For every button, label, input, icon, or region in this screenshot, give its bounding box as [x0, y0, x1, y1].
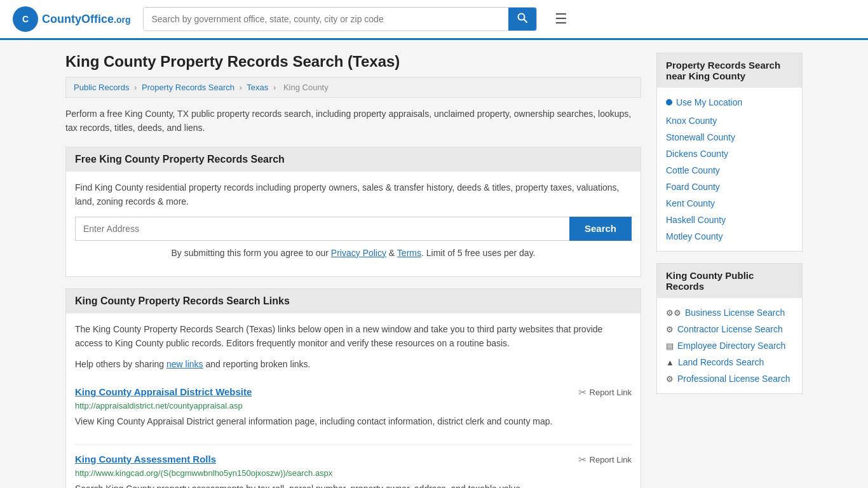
logo-text: CountyOffice.org: [42, 13, 130, 26]
employee-directory-link[interactable]: ▤ Employee Directory Search: [666, 337, 793, 354]
free-search-heading: Free King County Property Records Search: [66, 147, 641, 172]
global-search-input[interactable]: [144, 8, 508, 30]
breadcrumb: Public Records › Property Records Search…: [65, 77, 641, 98]
sidebar-link-knox[interactable]: Knox County: [666, 112, 793, 129]
sidebar-link-motley[interactable]: Motley County: [666, 228, 793, 245]
use-my-location-label: Use My Location: [676, 97, 742, 107]
form-disclaimer: By submitting this form you agree to our…: [75, 246, 632, 260]
use-my-location-link[interactable]: Use My Location: [666, 94, 793, 112]
gear-icon-3: ⚙: [666, 374, 674, 384]
link-desc-1: View King County Appraisal District gene…: [75, 414, 632, 428]
breadcrumb-texas[interactable]: Texas: [247, 83, 268, 92]
gear-icon-1: ⚙⚙: [666, 308, 681, 318]
professional-license-link[interactable]: ⚙ Professional License Search: [666, 370, 793, 387]
link-url-2[interactable]: http://www.kingcad.org/(S(bcgmwwbnlho5yn…: [75, 468, 632, 478]
page-wrap: King County Property Records Search (Tex…: [53, 40, 815, 488]
professional-license-label: Professional License Search: [677, 374, 790, 384]
global-search-bar: [143, 7, 537, 31]
link-item: King County Appraisal District Website ✂…: [75, 377, 632, 444]
svg-text:C: C: [22, 14, 29, 24]
list-icon: ▤: [666, 341, 674, 351]
report-label-2: Report Link: [590, 455, 632, 464]
link-item: King County Assessment Rolls ✂ Report Li…: [75, 445, 632, 488]
sidebar: Property Records Search near King County…: [656, 53, 803, 488]
address-form: Search: [75, 217, 632, 241]
nearby-section-body: Use My Location Knox County Stonewall Co…: [657, 88, 802, 251]
land-records-link[interactable]: ▲ Land Records Search: [666, 354, 793, 370]
site-header: C CountyOffice.org ☰: [0, 0, 868, 40]
link-desc-2: Search King County property assessments …: [75, 482, 632, 488]
help-text: Help others by sharing new links and rep…: [75, 357, 632, 371]
contractor-license-link[interactable]: ⚙ Contractor License Search: [666, 321, 793, 337]
address-input[interactable]: [75, 217, 569, 241]
links-section-heading: King County Property Records Search Link…: [66, 289, 641, 313]
land-records-label: Land Records Search: [678, 357, 764, 367]
links-section: King County Property Records Search Link…: [65, 288, 641, 488]
report-link-button-1[interactable]: ✂ Report Link: [578, 386, 632, 398]
free-search-description: Find King County residential property re…: [75, 180, 632, 209]
breadcrumb-property-records[interactable]: Property Records Search: [142, 83, 234, 92]
business-license-label: Business License Search: [685, 308, 785, 318]
global-search-button[interactable]: [508, 8, 536, 30]
logo-icon: C: [13, 6, 38, 32]
public-records-heading: King County Public Records: [657, 264, 802, 298]
page-title: King County Property Records Search (Tex…: [65, 53, 641, 71]
hamburger-menu-button[interactable]: ☰: [550, 8, 573, 30]
report-icon-1: ✂: [578, 386, 587, 398]
intro-text: Perform a free King County, TX public pr…: [65, 107, 641, 135]
link-item-header: King County Appraisal District Website ✂…: [75, 386, 632, 398]
sidebar-link-dickens[interactable]: Dickens County: [666, 146, 793, 162]
gear-icon-2: ⚙: [666, 325, 674, 334]
breadcrumb-public-records[interactable]: Public Records: [74, 83, 129, 92]
contractor-license-label: Contractor License Search: [677, 324, 783, 334]
terms-link[interactable]: Terms: [397, 248, 421, 258]
employee-directory-label: Employee Directory Search: [677, 341, 785, 351]
triangle-icon: ▲: [666, 358, 674, 367]
link-url-1[interactable]: http://appraisaldistrict.net/countyappra…: [75, 401, 632, 410]
search-button[interactable]: Search: [569, 217, 632, 241]
report-label-1: Report Link: [590, 388, 632, 397]
public-records-body: ⚙⚙ Business License Search ⚙ Contractor …: [657, 298, 802, 393]
sidebar-link-foard[interactable]: Foard County: [666, 179, 793, 195]
breadcrumb-current: King County: [283, 83, 329, 92]
report-icon-2: ✂: [578, 454, 587, 466]
link-item-header: King County Assessment Rolls ✂ Report Li…: [75, 454, 632, 466]
svg-line-3: [524, 20, 527, 23]
sidebar-link-cottle[interactable]: Cottle County: [666, 162, 793, 179]
site-logo[interactable]: C CountyOffice.org: [13, 6, 130, 32]
location-icon: [666, 99, 672, 105]
link-title-2[interactable]: King County Assessment Rolls: [75, 454, 216, 464]
sidebar-link-stonewall[interactable]: Stonewall County: [666, 129, 793, 146]
public-records-section: King County Public Records ⚙⚙ Business L…: [656, 263, 803, 394]
privacy-policy-link[interactable]: Privacy Policy: [331, 248, 386, 258]
report-link-button-2[interactable]: ✂ Report Link: [578, 454, 632, 466]
new-links-link[interactable]: new links: [166, 359, 203, 369]
business-license-link[interactable]: ⚙⚙ Business License Search: [666, 304, 793, 321]
nearby-section: Property Records Search near King County…: [656, 53, 803, 252]
link-title-1[interactable]: King County Appraisal District Website: [75, 386, 252, 397]
sidebar-link-kent[interactable]: Kent County: [666, 195, 793, 212]
links-description: The King County Property Records Search …: [75, 322, 632, 351]
nearby-section-heading: Property Records Search near King County: [657, 53, 802, 88]
free-search-section: Free King County Property Records Search…: [65, 147, 641, 277]
main-content: King County Property Records Search (Tex…: [65, 53, 641, 488]
sidebar-link-haskell[interactable]: Haskell County: [666, 212, 793, 228]
